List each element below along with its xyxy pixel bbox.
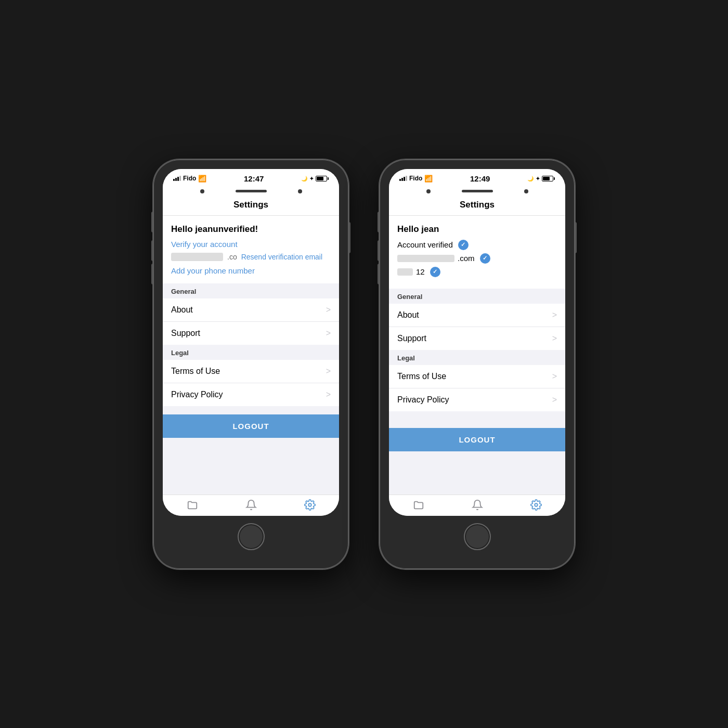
verify-account-link[interactable]: Verify your account xyxy=(171,240,331,249)
email-verified-row: .com ✓ xyxy=(397,253,557,264)
verified-row: Account verified ✓ xyxy=(397,240,557,250)
phone-verified-row: 12 ✓ xyxy=(397,267,557,277)
terms-arrow-1: > xyxy=(326,367,331,376)
nav-title-1: Settings xyxy=(233,200,268,210)
support-label-1: Support xyxy=(171,329,200,338)
email-verified-badge: ✓ xyxy=(480,253,490,264)
home-button-area-2 xyxy=(389,516,565,560)
privacy-item-2[interactable]: Privacy Policy > xyxy=(389,388,565,411)
status-bar-1: Fido 📶 12:47 🌙 ✦ xyxy=(163,169,339,186)
tab-folder-1[interactable] xyxy=(187,499,198,511)
account-verified-label: Account verified xyxy=(397,240,453,249)
email-domain-1: .co xyxy=(227,253,237,261)
greeting-text-2: Hello jean xyxy=(397,224,557,235)
bluetooth-icon: ✦ xyxy=(309,176,314,181)
general-header-2: General xyxy=(389,289,565,304)
legal-list-2: Terms of Use > Privacy Policy > xyxy=(389,365,565,411)
tab-settings-2[interactable] xyxy=(530,499,542,511)
tab-bar-1 xyxy=(163,495,339,516)
status-right-2: 🌙 ✦ xyxy=(527,176,555,181)
support-item-2[interactable]: Support > xyxy=(389,327,565,350)
email-domain-2: .com xyxy=(458,254,475,263)
terms-arrow-2: > xyxy=(552,372,557,381)
logout-button-2[interactable]: LOGOUT xyxy=(389,428,565,451)
tab-bar-2 xyxy=(389,495,565,516)
add-phone-link[interactable]: Add your phone number xyxy=(171,266,331,275)
content-1: Hello jeanunverified! Verify your accoun… xyxy=(163,216,339,495)
privacy-arrow-2: > xyxy=(552,395,557,405)
battery-icon xyxy=(316,176,329,181)
nav-header-2: Settings xyxy=(389,196,565,216)
email-masked-1 xyxy=(171,253,223,261)
about-label-1: About xyxy=(171,305,193,315)
wifi-icon: 📶 xyxy=(198,175,206,183)
phone-unverified: Fido 📶 12:47 🌙 ✦ xyxy=(153,160,348,569)
terms-label-1: Terms of Use xyxy=(171,367,220,376)
terms-item-1[interactable]: Terms of Use > xyxy=(163,360,339,383)
phone-last: 12 xyxy=(416,267,425,276)
tab-bell-1[interactable] xyxy=(245,499,257,511)
moon-icon: 🌙 xyxy=(301,176,307,181)
carrier-label: Fido xyxy=(183,175,196,182)
speaker-bar xyxy=(236,190,267,192)
support-arrow-2: > xyxy=(552,334,557,343)
camera-dot xyxy=(200,189,204,193)
svg-point-1 xyxy=(535,503,538,506)
privacy-label-1: Privacy Policy xyxy=(171,390,223,399)
status-left-2: Fido 📶 xyxy=(399,175,433,183)
account-section-1: Hello jeanunverified! Verify your accoun… xyxy=(163,216,339,283)
about-arrow-2: > xyxy=(552,310,557,320)
time-label: 12:47 xyxy=(244,174,264,183)
signal-icon xyxy=(173,176,181,181)
terms-label-2: Terms of Use xyxy=(397,372,446,381)
status-right-1: 🌙 ✦ xyxy=(301,176,329,181)
general-list-1: About > Support > xyxy=(163,298,339,345)
email-row-1: .co Resend verification email xyxy=(171,253,331,261)
tab-bell-2[interactable] xyxy=(472,499,483,511)
home-button-area-1 xyxy=(163,516,339,560)
resend-verification-link[interactable]: Resend verification email xyxy=(241,253,322,261)
phone-verified-badge: ✓ xyxy=(430,267,440,277)
account-section-2: Hello jean Account verified ✓ .com ✓ 12 xyxy=(389,216,565,289)
greeting-text-1: Hello jeanunverified! xyxy=(171,224,331,235)
home-button-1[interactable] xyxy=(238,523,265,550)
content-2: Hello jean Account verified ✓ .com ✓ 12 xyxy=(389,216,565,495)
privacy-arrow-1: > xyxy=(326,390,331,399)
nav-header-1: Settings xyxy=(163,196,339,216)
about-item-1[interactable]: About > xyxy=(163,298,339,322)
support-item-1[interactable]: Support > xyxy=(163,322,339,345)
status-bar-2: Fido 📶 12:49 🌙 ✦ xyxy=(389,169,565,186)
phone-verified: Fido 📶 12:49 🌙 ✦ xyxy=(380,160,575,569)
moon-icon-2: 🌙 xyxy=(527,176,534,181)
terms-item-2[interactable]: Terms of Use > xyxy=(389,365,565,388)
about-label-2: About xyxy=(397,310,419,320)
camera-dot-4 xyxy=(524,189,528,193)
tab-folder-2[interactable] xyxy=(413,499,424,511)
logout-button-1[interactable]: LOGOUT xyxy=(163,414,339,438)
battery-icon-2 xyxy=(542,176,555,181)
support-label-2: Support xyxy=(397,334,426,343)
speaker-bar-2 xyxy=(462,190,493,192)
about-item-2[interactable]: About > xyxy=(389,304,565,327)
verified-badge-main: ✓ xyxy=(458,240,469,250)
nav-title-2: Settings xyxy=(460,200,495,210)
wifi-icon-2: 📶 xyxy=(424,175,433,183)
status-left-1: Fido 📶 xyxy=(173,175,206,183)
legal-list-1: Terms of Use > Privacy Policy > xyxy=(163,360,339,406)
phone-masked xyxy=(397,268,413,276)
legal-header-1: Legal xyxy=(163,345,339,360)
spacer-2 xyxy=(389,411,565,420)
camera-area-1 xyxy=(163,186,339,196)
signal-icon-2 xyxy=(399,176,407,181)
camera-area-2 xyxy=(389,186,565,196)
general-header-1: General xyxy=(163,283,339,298)
carrier-label-2: Fido xyxy=(409,175,422,182)
camera-dot-2 xyxy=(298,189,302,193)
camera-dot-3 xyxy=(426,189,431,193)
email-masked-2 xyxy=(397,255,454,262)
home-button-2[interactable] xyxy=(464,523,491,550)
tab-settings-1[interactable] xyxy=(304,499,316,511)
time-label-2: 12:49 xyxy=(470,174,490,183)
privacy-item-1[interactable]: Privacy Policy > xyxy=(163,383,339,406)
general-list-2: About > Support > xyxy=(389,304,565,350)
